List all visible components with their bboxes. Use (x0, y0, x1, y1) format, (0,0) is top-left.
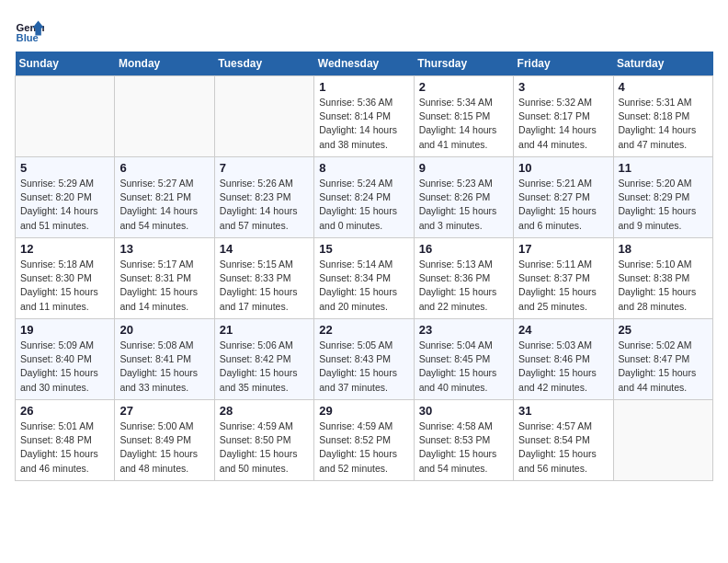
day-number: 6 (119, 161, 209, 175)
day-number: 11 (619, 161, 708, 175)
day-info: Sunrise: 5:00 AMSunset: 8:49 PMDaylight:… (119, 419, 209, 476)
day-number: 3 (518, 80, 608, 94)
day-info: Sunrise: 5:01 AMSunset: 8:48 PMDaylight:… (20, 419, 109, 476)
day-info: Sunrise: 5:05 AMSunset: 8:43 PMDaylight:… (319, 339, 408, 395)
weekday-header-sunday: Sunday (16, 52, 115, 76)
day-number: 26 (20, 404, 109, 418)
calendar-cell: 8Sunrise: 5:24 AMSunset: 8:24 PMDaylight… (314, 157, 414, 238)
calendar-cell: 12Sunrise: 5:18 AMSunset: 8:30 PMDayligh… (16, 238, 115, 319)
calendar-cell: 7Sunrise: 5:26 AMSunset: 8:23 PMDaylight… (214, 157, 313, 238)
svg-text:Blue: Blue (17, 32, 39, 43)
day-info: Sunrise: 5:13 AMSunset: 8:36 PMDaylight:… (419, 258, 508, 314)
day-number: 19 (20, 323, 109, 337)
day-number: 5 (20, 161, 109, 175)
day-number: 22 (319, 323, 408, 337)
day-info: Sunrise: 5:36 AMSunset: 8:14 PMDaylight:… (319, 96, 408, 152)
calendar-cell (613, 400, 712, 481)
day-info: Sunrise: 5:26 AMSunset: 8:23 PMDaylight:… (220, 177, 309, 233)
calendar-cell: 22Sunrise: 5:05 AMSunset: 8:43 PMDayligh… (314, 319, 414, 400)
weekday-header-tuesday: Tuesday (214, 52, 313, 76)
day-number: 16 (419, 242, 508, 256)
day-number: 30 (419, 404, 508, 418)
calendar-cell: 11Sunrise: 5:20 AMSunset: 8:29 PMDayligh… (613, 157, 712, 238)
day-info: Sunrise: 5:31 AMSunset: 8:18 PMDaylight:… (619, 96, 708, 152)
day-number: 18 (619, 242, 708, 256)
day-number: 12 (20, 242, 109, 256)
day-number: 21 (220, 323, 309, 337)
day-info: Sunrise: 5:03 AMSunset: 8:46 PMDaylight:… (518, 339, 608, 395)
weekday-header-wednesday: Wednesday (314, 52, 414, 76)
weekday-header-thursday: Thursday (414, 52, 513, 76)
day-info: Sunrise: 5:27 AMSunset: 8:21 PMDaylight:… (119, 177, 209, 233)
calendar-cell: 3Sunrise: 5:32 AMSunset: 8:17 PMDaylight… (514, 76, 613, 157)
day-info: Sunrise: 5:06 AMSunset: 8:42 PMDaylight:… (220, 339, 309, 395)
day-number: 27 (119, 404, 209, 418)
day-info: Sunrise: 5:24 AMSunset: 8:24 PMDaylight:… (319, 177, 408, 233)
day-info: Sunrise: 5:11 AMSunset: 8:37 PMDaylight:… (518, 258, 608, 314)
day-info: Sunrise: 5:32 AMSunset: 8:17 PMDaylight:… (518, 96, 608, 152)
day-info: Sunrise: 5:21 AMSunset: 8:27 PMDaylight:… (518, 177, 608, 233)
day-info: Sunrise: 5:02 AMSunset: 8:47 PMDaylight:… (619, 339, 708, 395)
calendar-cell: 21Sunrise: 5:06 AMSunset: 8:42 PMDayligh… (214, 319, 313, 400)
calendar-cell: 4Sunrise: 5:31 AMSunset: 8:18 PMDaylight… (613, 76, 712, 157)
calendar-cell: 6Sunrise: 5:27 AMSunset: 8:21 PMDaylight… (115, 157, 214, 238)
calendar-cell (214, 76, 313, 157)
day-number: 15 (319, 242, 408, 256)
day-info: Sunrise: 5:08 AMSunset: 8:41 PMDaylight:… (119, 339, 209, 395)
day-number: 4 (619, 80, 708, 94)
calendar-cell: 25Sunrise: 5:02 AMSunset: 8:47 PMDayligh… (613, 319, 712, 400)
day-number: 14 (220, 242, 309, 256)
calendar-cell: 5Sunrise: 5:29 AMSunset: 8:20 PMDaylight… (16, 157, 115, 238)
calendar-cell: 1Sunrise: 5:36 AMSunset: 8:14 PMDaylight… (314, 76, 414, 157)
weekday-header-saturday: Saturday (613, 52, 712, 76)
day-number: 9 (419, 161, 508, 175)
calendar-cell: 24Sunrise: 5:03 AMSunset: 8:46 PMDayligh… (514, 319, 613, 400)
day-number: 25 (619, 323, 708, 337)
day-number: 7 (220, 161, 309, 175)
calendar-cell: 14Sunrise: 5:15 AMSunset: 8:33 PMDayligh… (214, 238, 313, 319)
calendar-cell: 10Sunrise: 5:21 AMSunset: 8:27 PMDayligh… (514, 157, 613, 238)
logo: General Blue (15, 15, 48, 44)
calendar-cell: 16Sunrise: 5:13 AMSunset: 8:36 PMDayligh… (414, 238, 513, 319)
calendar-table: SundayMondayTuesdayWednesdayThursdayFrid… (15, 52, 713, 481)
day-info: Sunrise: 4:58 AMSunset: 8:53 PMDaylight:… (419, 419, 508, 476)
day-number: 20 (119, 323, 209, 337)
day-info: Sunrise: 4:59 AMSunset: 8:52 PMDaylight:… (319, 419, 408, 476)
weekday-header-friday: Friday (514, 52, 613, 76)
day-info: Sunrise: 5:09 AMSunset: 8:40 PMDaylight:… (20, 339, 109, 395)
calendar-cell: 17Sunrise: 5:11 AMSunset: 8:37 PMDayligh… (514, 238, 613, 319)
calendar-cell: 13Sunrise: 5:17 AMSunset: 8:31 PMDayligh… (115, 238, 214, 319)
day-info: Sunrise: 5:34 AMSunset: 8:15 PMDaylight:… (419, 96, 508, 152)
day-info: Sunrise: 5:17 AMSunset: 8:31 PMDaylight:… (119, 258, 209, 314)
calendar-cell: 23Sunrise: 5:04 AMSunset: 8:45 PMDayligh… (414, 319, 513, 400)
day-info: Sunrise: 5:10 AMSunset: 8:38 PMDaylight:… (619, 258, 708, 314)
page-header: General Blue (15, 15, 713, 44)
day-number: 23 (419, 323, 508, 337)
day-info: Sunrise: 4:59 AMSunset: 8:50 PMDaylight:… (220, 419, 309, 476)
weekday-header-monday: Monday (115, 52, 214, 76)
calendar-cell: 15Sunrise: 5:14 AMSunset: 8:34 PMDayligh… (314, 238, 414, 319)
day-number: 17 (518, 242, 608, 256)
calendar-cell: 20Sunrise: 5:08 AMSunset: 8:41 PMDayligh… (115, 319, 214, 400)
calendar-cell: 26Sunrise: 5:01 AMSunset: 8:48 PMDayligh… (16, 400, 115, 481)
day-info: Sunrise: 5:20 AMSunset: 8:29 PMDaylight:… (619, 177, 708, 233)
calendar-cell: 19Sunrise: 5:09 AMSunset: 8:40 PMDayligh… (16, 319, 115, 400)
calendar-cell (115, 76, 214, 157)
day-number: 8 (319, 161, 408, 175)
calendar-cell: 31Sunrise: 4:57 AMSunset: 8:54 PMDayligh… (514, 400, 613, 481)
calendar-cell: 2Sunrise: 5:34 AMSunset: 8:15 PMDaylight… (414, 76, 513, 157)
day-info: Sunrise: 5:18 AMSunset: 8:30 PMDaylight:… (20, 258, 109, 314)
day-number: 31 (518, 404, 608, 418)
calendar-cell: 30Sunrise: 4:58 AMSunset: 8:53 PMDayligh… (414, 400, 513, 481)
calendar-cell (16, 76, 115, 157)
day-info: Sunrise: 5:14 AMSunset: 8:34 PMDaylight:… (319, 258, 408, 314)
calendar-cell: 18Sunrise: 5:10 AMSunset: 8:38 PMDayligh… (613, 238, 712, 319)
day-number: 2 (419, 80, 508, 94)
day-info: Sunrise: 5:04 AMSunset: 8:45 PMDaylight:… (419, 339, 508, 395)
day-number: 1 (319, 80, 408, 94)
day-number: 13 (119, 242, 209, 256)
calendar-cell: 29Sunrise: 4:59 AMSunset: 8:52 PMDayligh… (314, 400, 414, 481)
day-number: 29 (319, 404, 408, 418)
day-info: Sunrise: 5:23 AMSunset: 8:26 PMDaylight:… (419, 177, 508, 233)
calendar-cell: 27Sunrise: 5:00 AMSunset: 8:49 PMDayligh… (115, 400, 214, 481)
